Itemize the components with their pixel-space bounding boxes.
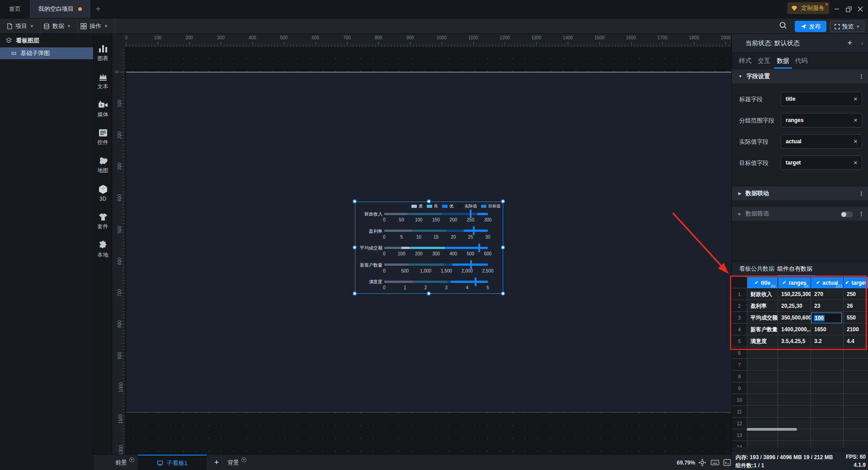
tab-交互[interactable]: 交互 — [758, 53, 770, 69]
cell-title[interactable]: 新客户数量 — [747, 324, 778, 335]
cell-actual[interactable]: 23 — [811, 301, 844, 312]
cell-ranges[interactable]: 3.5,4.25,5 — [778, 336, 811, 347]
dock-item-kit[interactable]: 套件 — [94, 207, 112, 235]
field-input-actual[interactable]: actual✕ — [781, 134, 862, 149]
cell-empty[interactable] — [778, 371, 811, 382]
cell-empty[interactable] — [778, 442, 811, 447]
chevron-right-icon[interactable]: › — [861, 40, 863, 47]
tab-代码[interactable]: 代码 — [795, 53, 807, 69]
cell-empty[interactable] — [778, 359, 811, 371]
cell-empty[interactable] — [747, 406, 778, 418]
data-tab-2[interactable]: 组件自有数据 — [777, 262, 812, 276]
foreground-tab[interactable]: 前景 + — [115, 455, 134, 470]
fit-screen-icon[interactable] — [698, 459, 706, 466]
cell-ranges[interactable]: 20,25,30 — [778, 301, 811, 312]
column-header-title[interactable]: ✔titleStr. — [747, 277, 778, 288]
cell-empty[interactable] — [811, 348, 844, 359]
cell-empty[interactable] — [811, 430, 844, 441]
editing-cell-value[interactable]: 100 — [814, 315, 825, 321]
dock-item-widget[interactable]: 控件 — [94, 123, 112, 151]
cell-actual[interactable]: 100 — [811, 312, 844, 324]
cell-empty[interactable] — [747, 348, 778, 359]
cell-target[interactable]: 550 — [844, 312, 868, 324]
cell-empty[interactable] — [747, 442, 778, 447]
cell-title[interactable]: 平均成交额 — [747, 312, 778, 324]
search-icon[interactable] — [778, 21, 789, 32]
console-icon[interactable] — [723, 459, 731, 466]
add-board-button[interactable]: + — [207, 455, 226, 470]
section-field-settings[interactable]: ▼ 字段设置 ⋮ — [732, 69, 868, 84]
tab-样式[interactable]: 样式 — [739, 53, 751, 69]
cell-empty[interactable] — [778, 406, 811, 418]
cell-empty[interactable] — [747, 430, 778, 441]
section-data-link[interactable]: ▶ 数据联动 ⋮ — [732, 186, 868, 201]
close-icon[interactable] — [853, 0, 868, 18]
cell-empty[interactable] — [844, 359, 868, 371]
cell-empty[interactable] — [844, 442, 868, 447]
selection-handle[interactable] — [353, 245, 357, 249]
background-tab[interactable]: 背景 + — [227, 455, 246, 470]
data-tab-1[interactable]: 看板公共数据 — [739, 262, 774, 276]
cell-empty[interactable] — [811, 418, 844, 429]
add-state-button[interactable]: + — [847, 38, 852, 48]
cell-empty[interactable] — [844, 430, 868, 441]
cell-empty[interactable] — [747, 359, 778, 371]
column-header-target[interactable]: ✔target — [844, 277, 868, 288]
menu-item-project[interactable]: 项目▼ — [0, 19, 41, 33]
clear-field-icon[interactable]: ✕ — [854, 139, 858, 145]
cell-title[interactable]: 盈利率 — [747, 301, 778, 312]
cell-empty[interactable] — [778, 383, 811, 394]
column-header-ranges[interactable]: ✔rangesStr. — [778, 277, 811, 288]
add-circle-icon[interactable]: + — [129, 457, 134, 462]
selection-handle[interactable] — [501, 245, 505, 249]
cell-empty[interactable] — [778, 430, 811, 441]
tab-数据[interactable]: 数据 — [777, 53, 789, 69]
board-tab-active[interactable]: 子看板1 — [138, 455, 207, 470]
kebab-menu-icon[interactable]: ⋮ — [859, 75, 864, 78]
field-input-target[interactable]: target✕ — [781, 155, 862, 170]
bullet-chart-component[interactable]: 差良优实际值目标值 财政收入050100150200250300盈利率05101… — [355, 202, 503, 294]
add-circle-icon[interactable]: + — [241, 457, 246, 462]
new-tab-button[interactable]: + — [90, 0, 106, 18]
selection-handle[interactable] — [353, 291, 357, 296]
data-filter-toggle[interactable] — [841, 212, 853, 217]
cell-empty[interactable] — [811, 371, 844, 382]
cell-empty[interactable] — [811, 395, 844, 406]
selection-handle[interactable] — [501, 291, 505, 296]
dock-item-chart[interactable]: 图表 — [94, 39, 112, 67]
selection-handle[interactable] — [427, 199, 431, 203]
kebab-menu-icon[interactable]: ⋮ — [859, 193, 864, 195]
kebab-menu-icon[interactable]: ⋮ — [859, 213, 864, 215]
keyboard-icon[interactable] — [711, 459, 718, 466]
cell-target[interactable]: 250 — [844, 289, 868, 300]
section-data-filter[interactable]: ▶ 数据筛选 ⋮ — [732, 206, 868, 221]
menu-item-database[interactable]: 数据▼ — [37, 19, 78, 33]
window-tab-2[interactable]: 我的空白项目 — [30, 0, 90, 18]
dock-item-local[interactable]: 本地 — [94, 235, 112, 263]
cell-target[interactable]: 4.4 — [844, 336, 868, 347]
column-header-actual[interactable]: ✔actual123 — [811, 277, 844, 288]
dock-item-cube-3d[interactable]: 3D — [94, 179, 112, 207]
cell-title[interactable]: 财政收入 — [747, 289, 778, 300]
cell-empty[interactable] — [844, 395, 868, 406]
cell-empty[interactable] — [844, 348, 868, 359]
editing-cell[interactable]: 100 — [811, 313, 842, 323]
cell-target[interactable]: 2100 — [844, 324, 868, 335]
cell-empty[interactable] — [747, 383, 778, 394]
cell-actual[interactable]: 1650 — [811, 324, 844, 335]
cell-title[interactable]: 满意度 — [747, 336, 778, 347]
cell-empty[interactable] — [811, 359, 844, 371]
clear-field-icon[interactable]: ✕ — [854, 96, 858, 102]
cell-empty[interactable] — [747, 395, 778, 406]
cell-empty[interactable] — [844, 371, 868, 382]
preview-button[interactable]: 预览 ▼ — [830, 21, 864, 32]
cell-empty[interactable] — [844, 418, 868, 429]
cell-empty[interactable] — [811, 442, 844, 447]
cell-actual[interactable]: 3.2 — [811, 336, 844, 347]
selection-handle[interactable] — [501, 199, 505, 203]
cell-target[interactable]: 26 — [844, 301, 868, 312]
clear-field-icon[interactable]: ✕ — [854, 160, 858, 166]
dock-item-text[interactable]: 文本 — [94, 67, 112, 95]
cell-empty[interactable] — [778, 348, 811, 359]
dock-item-map[interactable]: 地图 — [94, 151, 112, 179]
